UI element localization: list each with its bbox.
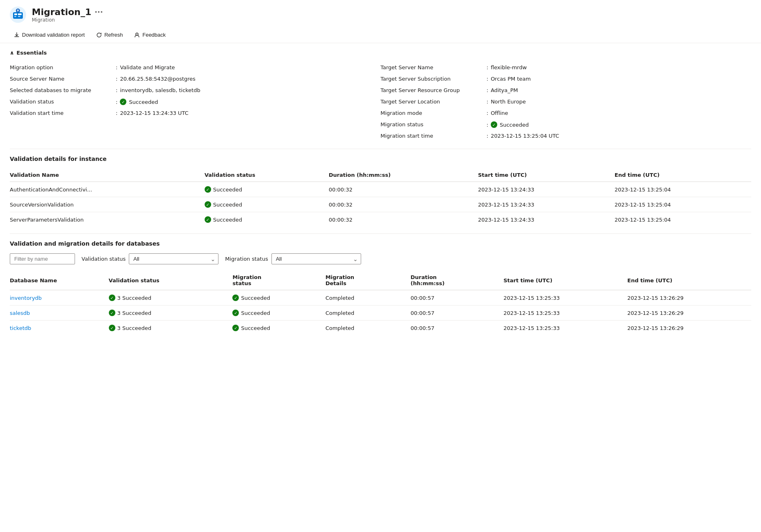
validation-status-select[interactable]: All — [129, 253, 218, 264]
col-header-validation-status: Validation status — [205, 169, 329, 182]
inst-row-name: SourceVersionValidation — [10, 197, 205, 212]
essentials-row-target-subscription: Target Server Subscription Orcas PM team — [381, 74, 752, 85]
validation-databases-section: Validation and migration details for dat… — [0, 234, 761, 342]
db-row-name[interactable]: salesdb — [10, 306, 109, 321]
value-migration-start: 2023-12-15 13:25:04 UTC — [487, 133, 559, 139]
value-target-subscription: Orcas PM team — [487, 76, 531, 82]
db-row-duration: 00:00:57 — [410, 321, 503, 336]
svg-rect-4 — [18, 13, 22, 15]
migration-status-select[interactable]: All — [271, 253, 361, 264]
check-icon — [109, 325, 115, 331]
essentials-grid: Migration option Validate and Migrate So… — [10, 62, 751, 142]
svg-rect-2 — [14, 13, 17, 15]
inst-row-duration: 00:00:32 — [329, 212, 478, 227]
db-row-mig-status: Succeeded — [232, 306, 325, 321]
filter-by-name-input[interactable] — [10, 253, 75, 264]
value-target-location: North Europe — [487, 99, 526, 105]
validation-databases-title: Validation and migration details for dat… — [10, 240, 751, 247]
title-text: Migration_1 — [32, 7, 91, 17]
db-row-mig-status: Succeeded — [232, 321, 325, 336]
refresh-button[interactable]: Refresh — [92, 29, 127, 40]
label-migration-start: Migration start time — [381, 133, 487, 139]
download-report-button[interactable]: Download validation report — [10, 29, 89, 40]
inst-row-name: ServerParametersValidation — [10, 212, 205, 227]
inst-row-end: 2023-12-15 13:25:04 — [615, 197, 751, 212]
db-row-end: 2023-12-15 13:26:29 — [627, 306, 751, 321]
validation-database-row: salesdb 3 Succeeded Succeeded Completed … — [10, 306, 751, 321]
db-name-link[interactable]: salesdb — [10, 310, 30, 316]
check-icon — [109, 310, 115, 316]
migration-status-filter-label: Migration status — [225, 256, 268, 262]
db-row-name[interactable]: ticketdb — [10, 321, 109, 336]
value-target-rg: Aditya_PM — [487, 87, 518, 93]
collapse-icon[interactable]: ∧ — [10, 50, 14, 56]
value-migration-mode: Offline — [487, 110, 508, 116]
check-icon — [205, 186, 211, 193]
value-selected-dbs: inventorydb, salesdb, ticketdb — [116, 87, 200, 93]
inst-row-status: Succeeded — [205, 212, 329, 227]
essentials-row-target-location: Target Server Location North Europe — [381, 97, 752, 108]
check-icon — [205, 216, 211, 223]
essentials-row-migration-status: Migration status Succeeded — [381, 119, 752, 131]
label-validation-start: Validation start time — [10, 110, 116, 116]
db-row-name[interactable]: inventorydb — [10, 290, 109, 306]
inst-row-duration: 00:00:32 — [329, 182, 478, 197]
db-row-start: 2023-12-15 13:25:33 — [503, 321, 627, 336]
label-migration-option: Migration option — [10, 64, 116, 70]
essentials-row-target-rg: Target Server Resource Group Aditya_PM — [381, 85, 752, 97]
db-name-link[interactable]: inventorydb — [10, 295, 42, 301]
col-header-db-start: Start time (UTC) — [503, 271, 627, 290]
validation-instance-row: ServerParametersValidation Succeeded 00:… — [10, 212, 751, 227]
label-validation-status: Validation status — [10, 99, 116, 105]
svg-rect-5 — [18, 16, 20, 17]
page-title: Migration_1 ··· — [32, 7, 103, 17]
validation-databases-table: Database Name Validation status Migratio… — [10, 271, 751, 335]
value-validation-status: Succeeded — [116, 99, 158, 105]
db-row-mig-details: Completed — [325, 290, 410, 306]
col-header-duration: Duration (hh:mm:ss) — [329, 169, 478, 182]
essentials-right-col: Target Server Name flexible-mrdw Target … — [381, 62, 752, 142]
col-header-db-end: End time (UTC) — [627, 271, 751, 290]
inst-row-status: Succeeded — [205, 197, 329, 212]
svg-rect-3 — [14, 16, 16, 17]
col-header-validation-name: Validation Name — [10, 169, 205, 182]
db-row-val-status: 3 Succeeded — [109, 321, 233, 336]
col-header-db-duration: Duration(hh:mm:ss) — [410, 271, 503, 290]
more-options-button[interactable]: ··· — [95, 8, 103, 16]
db-row-start: 2023-12-15 13:25:33 — [503, 306, 627, 321]
inst-row-start: 2023-12-15 13:24:33 — [478, 182, 615, 197]
db-row-val-status: 3 Succeeded — [109, 290, 233, 306]
db-row-duration: 00:00:57 — [410, 290, 503, 306]
essentials-row-migration-option: Migration option Validate and Migrate — [10, 62, 381, 74]
inst-row-duration: 00:00:32 — [329, 197, 478, 212]
db-name-link[interactable]: ticketdb — [10, 325, 31, 331]
essentials-left-col: Migration option Validate and Migrate So… — [10, 62, 381, 142]
inst-row-status: Succeeded — [205, 182, 329, 197]
value-target-name: flexible-mrdw — [487, 64, 527, 70]
inst-row-end: 2023-12-15 13:25:04 — [615, 212, 751, 227]
feedback-button[interactable]: Feedback — [130, 29, 170, 40]
col-header-db-val-status: Validation status — [109, 271, 233, 290]
validation-status-filter-group: Validation status All — [82, 253, 218, 264]
check-icon — [205, 201, 211, 208]
validation-instance-header-row: Validation Name Validation status Durati… — [10, 169, 751, 182]
validation-instance-table: Validation Name Validation status Durati… — [10, 169, 751, 227]
feedback-icon — [134, 32, 140, 38]
page-header: Migration_1 ··· Migration — [0, 0, 761, 27]
inst-row-end: 2023-12-15 13:25:04 — [615, 182, 751, 197]
validation-instance-row: AuthenticationAndConnectivi... Succeeded… — [10, 182, 751, 197]
essentials-row-migration-mode: Migration mode Offline — [381, 108, 752, 119]
label-selected-dbs: Selected databases to migrate — [10, 87, 116, 93]
inst-row-start: 2023-12-15 13:24:33 — [478, 197, 615, 212]
essentials-row-migration-start: Migration start time 2023-12-15 13:25:04… — [381, 131, 752, 142]
essentials-row-selected-dbs: Selected databases to migrate inventoryd… — [10, 85, 381, 97]
db-row-end: 2023-12-15 13:26:29 — [627, 321, 751, 336]
migration-status-filter-group: Migration status All — [225, 253, 361, 264]
db-row-mig-details: Completed — [325, 306, 410, 321]
migration-status-check-icon — [491, 121, 497, 128]
page-subtitle: Migration — [32, 17, 103, 23]
label-source-server: Source Server Name — [10, 76, 116, 82]
check-icon — [232, 295, 239, 301]
validation-databases-header-row: Database Name Validation status Migratio… — [10, 271, 751, 290]
check-icon — [109, 295, 115, 301]
